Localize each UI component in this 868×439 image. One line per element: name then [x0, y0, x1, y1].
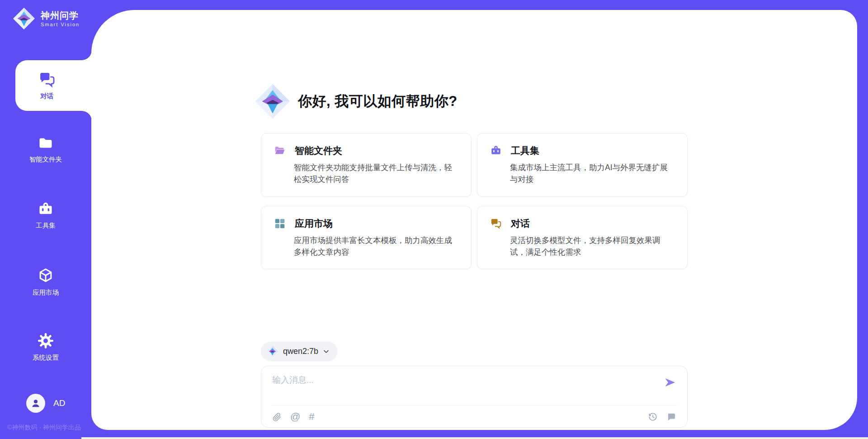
- hash-button[interactable]: #: [309, 412, 314, 422]
- greeting-text: 你好, 我可以如何帮助你?: [298, 92, 458, 111]
- composer-divider: [271, 405, 677, 406]
- history-button[interactable]: [648, 412, 658, 422]
- chevron-down-icon: [323, 348, 330, 355]
- copyright-text: ©神州数码 · 神州问学出品: [7, 424, 81, 432]
- toolbox-icon: [38, 201, 54, 217]
- cube-icon: [37, 267, 54, 284]
- folder-icon: [38, 135, 54, 151]
- mention-button[interactable]: @: [290, 412, 300, 422]
- card-title: 工具集: [511, 144, 539, 157]
- composer-toolbar: @ #: [272, 412, 676, 422]
- brand-logo-icon: [13, 7, 35, 30]
- sidebar-item-label: 智能文件夹: [29, 155, 62, 164]
- gear-icon: [37, 332, 54, 349]
- attachment-icon: [272, 412, 282, 422]
- sidebar-item-smart-folder[interactable]: 智能文件夹: [0, 135, 91, 164]
- message-button[interactable]: [666, 412, 676, 422]
- brand: 神州问学 Smart Vision: [13, 7, 80, 30]
- message-input[interactable]: [261, 366, 637, 394]
- brand-title: 神州问学: [41, 10, 80, 21]
- send-icon: [664, 376, 676, 389]
- card-toolset[interactable]: 工具集 集成市场上主流工具，助力AI与外界无缝扩展与对接: [477, 133, 688, 197]
- message-composer: @ #: [261, 366, 688, 428]
- greeting-row: 你好, 我可以如何帮助你?: [255, 83, 688, 119]
- card-title: 应用市场: [295, 217, 333, 230]
- card-chat[interactable]: 对话 灵活切换多模型文件，支持多样回复效果调试，满足个性化需求: [477, 206, 688, 270]
- card-title: 对话: [511, 217, 530, 230]
- message-icon: [666, 412, 676, 422]
- sidebar-item-label: 对话: [40, 92, 53, 100]
- card-description: 应用市场提供丰富长文本模板，助力高效生成多样化文章内容: [294, 234, 458, 258]
- feature-cards: 智能文件夹 智能文件夹功能支持批量文件上传与清洗，轻松实现文件问答 工具集: [261, 133, 688, 269]
- card-description: 智能文件夹功能支持批量文件上传与清洗，轻松实现文件问答: [294, 162, 458, 186]
- model-name: qwen2:7b: [283, 347, 318, 356]
- toolbox-icon: [490, 145, 502, 157]
- gem-logo-icon: [266, 345, 278, 358]
- sidebar-item-label: 应用市场: [33, 288, 59, 297]
- folder-icon: [274, 145, 286, 157]
- grid-icon: [274, 218, 286, 229]
- user-profile[interactable]: AD: [26, 394, 65, 413]
- chat-icon: [490, 218, 502, 229]
- card-description: 灵活切换多模型文件，支持多样回复效果调试，满足个性化需求: [510, 234, 675, 258]
- user-icon: [30, 397, 42, 409]
- card-description: 集成市场上主流工具，助力AI与外界无缝扩展与对接: [510, 162, 675, 186]
- card-app-market[interactable]: 应用市场 应用市场提供丰富长文本模板，助力高效生成多样化文章内容: [261, 206, 472, 270]
- user-initials: AD: [53, 398, 65, 408]
- sidebar-item-app-market[interactable]: 应用市场: [0, 267, 91, 297]
- history-icon: [648, 412, 658, 422]
- send-button[interactable]: [664, 376, 676, 389]
- sidebar-item-toolset[interactable]: 工具集: [0, 201, 91, 230]
- card-title: 智能文件夹: [295, 144, 342, 157]
- sidebar: 神州问学 Smart Vision 对话 智能文件夹: [0, 0, 91, 439]
- main-panel: 你好, 我可以如何帮助你? 智能文件夹 智能文件夹功能支持批量文件上传与清洗，轻…: [91, 10, 857, 430]
- card-smart-folder[interactable]: 智能文件夹 智能文件夹功能支持批量文件上传与清洗，轻松实现文件问答: [261, 133, 472, 197]
- brand-subtitle: Smart Vision: [41, 22, 80, 27]
- gem-logo-icon: [255, 83, 291, 119]
- sidebar-item-settings[interactable]: 系统设置: [0, 332, 91, 362]
- sidebar-item-label: 工具集: [36, 221, 56, 230]
- avatar: [26, 394, 45, 413]
- model-selector[interactable]: qwen2:7b: [261, 342, 338, 361]
- chat-icon: [38, 71, 56, 88]
- sidebar-item-label: 系统设置: [33, 353, 59, 362]
- sidebar-item-chat[interactable]: 对话: [15, 60, 92, 111]
- attachment-button[interactable]: [272, 412, 282, 422]
- window-bottom-edge: [81, 437, 868, 439]
